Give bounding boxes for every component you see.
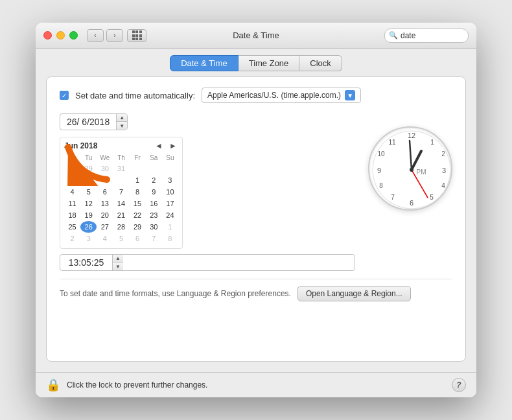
svg-text:12: 12 <box>408 132 415 139</box>
content-area: ✓ Set date and time automatically: Apple… <box>46 76 466 362</box>
calendar-day[interactable]: 18 <box>64 209 80 221</box>
calendar-day[interactable]: 9 <box>146 186 162 198</box>
calendar-day[interactable]: 30 <box>146 221 162 233</box>
calendar-day[interactable]: 28 <box>113 221 129 233</box>
lock-icon[interactable]: 🔒 <box>46 378 60 392</box>
main-window: ‹ › Date & Time 🔍 ✕ Date & Time Time Zon… <box>36 23 476 397</box>
calendar-day[interactable]: 7 <box>146 233 162 244</box>
calendar-month-year: Jun 2018 <box>64 141 97 150</box>
time-value: 13:05:25 <box>60 255 112 270</box>
calendar-day <box>64 174 80 186</box>
calendar-day[interactable]: 30 <box>97 163 113 174</box>
clock-section: 12 3 6 9 1 2 4 5 7 8 10 11 PM <box>368 113 452 271</box>
time-increment-button[interactable]: ▲ <box>113 255 123 262</box>
maximize-button[interactable] <box>69 31 78 40</box>
cal-header-tu: Tu <box>80 153 97 163</box>
calendar-day[interactable]: 19 <box>80 209 97 221</box>
back-button[interactable]: ‹ <box>87 29 104 42</box>
svg-point-18 <box>410 168 413 172</box>
search-bar[interactable]: 🔍 ✕ <box>384 29 469 43</box>
lock-text: Click the lock to prevent further change… <box>67 380 207 390</box>
forward-button[interactable]: › <box>106 29 123 42</box>
auto-checkbox[interactable]: ✓ <box>60 91 69 100</box>
date-time-section: 26/ 6/2018 ▲ ▼ Jun 2018 ◄ ► <box>60 113 355 271</box>
calendar-day[interactable]: 4 <box>97 233 113 244</box>
cal-header-th: Th <box>113 153 129 163</box>
calendar-day[interactable]: 20 <box>97 209 113 221</box>
calendar-day[interactable]: 23 <box>146 209 162 221</box>
calendar-day[interactable]: 16 <box>146 198 162 209</box>
tab-time-zone[interactable]: Time Zone <box>239 55 300 71</box>
calendar-day[interactable]: 26 <box>80 221 97 233</box>
tab-clock[interactable]: Clock <box>299 55 342 71</box>
date-decrement-button[interactable]: ▼ <box>117 122 127 130</box>
time-stepper[interactable]: 13:05:25 ▲ ▼ <box>60 254 355 271</box>
calendar-day[interactable]: 7 <box>113 186 129 198</box>
time-stepper-buttons: ▲ ▼ <box>112 255 123 270</box>
svg-text:11: 11 <box>388 139 396 146</box>
calendar-day[interactable]: 8 <box>130 186 146 198</box>
calendar-day[interactable]: 31 <box>113 163 129 174</box>
cal-header-sa: Sa <box>146 153 162 163</box>
dropdown-arrow-icon: ▼ <box>345 90 355 100</box>
calendar-day[interactable]: 11 <box>64 198 80 209</box>
calendar-day[interactable]: 22 <box>130 209 146 221</box>
calendar-day[interactable]: 1 <box>130 174 146 186</box>
calendar-day[interactable]: 4 <box>64 186 80 198</box>
cal-header-fr: Fr <box>130 153 146 163</box>
auto-label: Set date and time automatically: <box>75 91 195 100</box>
calendar-day[interactable]: 3 <box>80 233 97 244</box>
calendar-next-button[interactable]: ► <box>168 141 178 150</box>
tab-date-time[interactable]: Date & Time <box>170 55 239 71</box>
search-input[interactable] <box>401 31 476 40</box>
calendar-day[interactable]: 6 <box>130 233 146 244</box>
grid-button[interactable] <box>127 29 146 42</box>
svg-text:10: 10 <box>377 150 385 158</box>
svg-text:5: 5 <box>430 194 434 201</box>
calendar-day[interactable]: 15 <box>130 198 146 209</box>
calendar-day[interactable]: 12 <box>80 198 97 209</box>
calendar-day[interactable]: 29 <box>130 221 146 233</box>
calendar-day[interactable]: 5 <box>113 233 129 244</box>
calendar-day[interactable]: 24 <box>162 209 178 221</box>
calendar-day[interactable]: 2 <box>64 233 80 244</box>
nav-buttons: ‹ › <box>87 29 123 42</box>
calendar-day <box>97 174 113 186</box>
calendar-day[interactable]: 29 <box>80 163 97 174</box>
title-bar: ‹ › Date & Time 🔍 ✕ <box>36 23 476 49</box>
open-language-button[interactable]: Open Language & Region... <box>297 286 411 301</box>
svg-text:3: 3 <box>442 167 446 174</box>
server-dropdown[interactable]: Apple Americas/U.S. (time.apple.com.) ▼ <box>202 88 361 103</box>
calendar-day[interactable]: 17 <box>162 198 178 209</box>
search-icon: 🔍 <box>389 31 398 40</box>
bottom-note-text: To set date and time formats, use Langua… <box>60 289 291 298</box>
calendar-day[interactable]: 8 <box>162 233 178 244</box>
calendar-day[interactable]: 5 <box>80 186 97 198</box>
calendar-day[interactable]: 13 <box>97 198 113 209</box>
close-button[interactable] <box>43 31 52 40</box>
minimize-button[interactable] <box>56 31 65 40</box>
calendar-day[interactable]: 1 <box>162 221 178 233</box>
calendar-day <box>162 163 178 174</box>
svg-text:6: 6 <box>410 199 413 207</box>
calendar-day[interactable]: 21 <box>113 209 129 221</box>
traffic-lights <box>43 31 78 40</box>
date-stepper[interactable]: 26/ 6/2018 ▲ ▼ <box>60 113 128 130</box>
svg-text:4: 4 <box>441 182 445 189</box>
calendar-day[interactable]: 27 <box>97 221 113 233</box>
help-button[interactable]: ? <box>452 378 466 392</box>
time-decrement-button[interactable]: ▼ <box>113 262 123 270</box>
calendar-day[interactable]: 14 <box>113 198 129 209</box>
calendar-day[interactable]: 28 <box>64 163 80 174</box>
date-increment-button[interactable]: ▲ <box>117 114 127 122</box>
calendar-day[interactable]: 2 <box>146 174 162 186</box>
calendar-day[interactable]: 10 <box>162 186 178 198</box>
calendar-day[interactable]: 6 <box>97 186 113 198</box>
calendar-day[interactable]: 3 <box>162 174 178 186</box>
calendar-prev-button[interactable]: ◄ <box>154 141 164 150</box>
window-title: Date & Time <box>233 30 279 40</box>
calendar-day[interactable]: 25 <box>64 221 80 233</box>
bottom-note: To set date and time formats, use Langua… <box>60 279 452 301</box>
svg-text:9: 9 <box>377 167 381 174</box>
tab-bar: Date & Time Time Zone Clock <box>36 49 476 76</box>
